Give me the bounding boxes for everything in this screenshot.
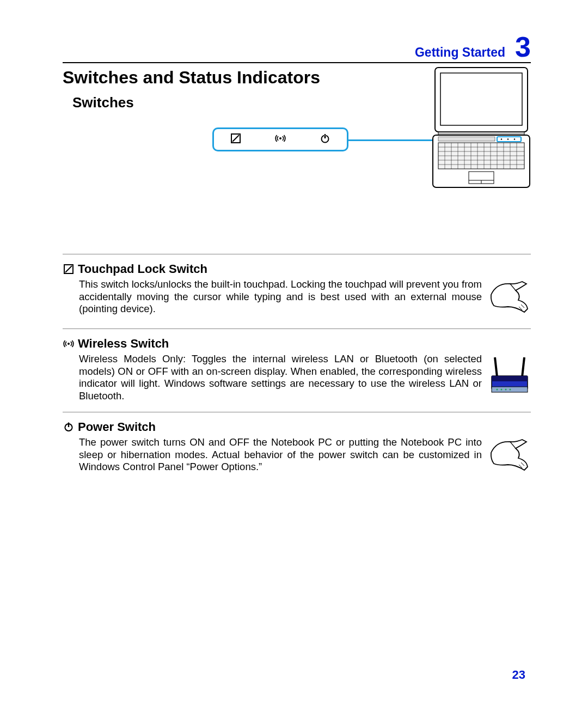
section-body-text: Wireless Models Only: Toggles the intern… — [63, 353, 482, 402]
svg-rect-15 — [438, 137, 495, 141]
section-heading: Wireless Switch — [63, 337, 531, 351]
chapter-label: Getting Started — [415, 45, 505, 60]
svg-point-48 — [501, 389, 503, 391]
svg-line-38 — [65, 266, 72, 272]
svg-point-12 — [501, 138, 502, 139]
section-heading-text: Wireless Switch — [78, 337, 169, 351]
svg-point-13 — [507, 138, 509, 139]
svg-line-1 — [232, 135, 239, 142]
page-number: 23 — [512, 668, 525, 682]
svg-rect-11 — [497, 137, 521, 142]
laptop-illustration — [432, 65, 531, 191]
svg-line-42 — [495, 357, 497, 377]
page-header: Getting Started 3 — [63, 33, 531, 63]
svg-point-2 — [279, 137, 281, 139]
svg-point-50 — [510, 389, 511, 391]
switches-diagram — [63, 122, 531, 247]
power-icon — [320, 133, 330, 145]
wireless-icon — [63, 338, 75, 349]
section-heading: Touchpad Lock Switch — [63, 262, 531, 276]
section-power: Power Switch The power switch turns ON a… — [63, 412, 531, 486]
touchpad-lock-icon — [63, 264, 75, 274]
manual-page: Getting Started 3 Switches and Status In… — [0, 0, 588, 508]
svg-point-49 — [505, 389, 507, 391]
section-heading-text: Power Switch — [78, 420, 156, 434]
svg-rect-7 — [435, 68, 528, 132]
power-icon — [63, 422, 75, 432]
section-heading: Power Switch — [63, 420, 531, 434]
section-touchpad-lock: Touchpad Lock Switch This switch locks/u… — [63, 254, 531, 328]
section-body-text: This switch locks/unlocks the built-in t… — [63, 278, 482, 315]
svg-point-47 — [497, 389, 498, 391]
svg-point-14 — [514, 138, 515, 139]
chapter-number: 3 — [515, 33, 531, 61]
switch-callout-box — [212, 127, 348, 151]
wireless-icon — [275, 133, 286, 146]
section-wireless: Wireless Switch Wireless Models Only: To… — [63, 328, 531, 412]
touchpad-lock-icon — [231, 133, 241, 145]
router-icon — [488, 353, 531, 399]
svg-point-41 — [68, 343, 70, 345]
hand-press-icon — [488, 278, 531, 319]
section-heading-text: Touchpad Lock Switch — [78, 262, 207, 276]
svg-line-43 — [522, 357, 524, 377]
svg-rect-45 — [492, 376, 528, 381]
section-body-text: The power switch turns ON and OFF the No… — [63, 436, 482, 473]
hand-press-icon — [488, 436, 531, 477]
